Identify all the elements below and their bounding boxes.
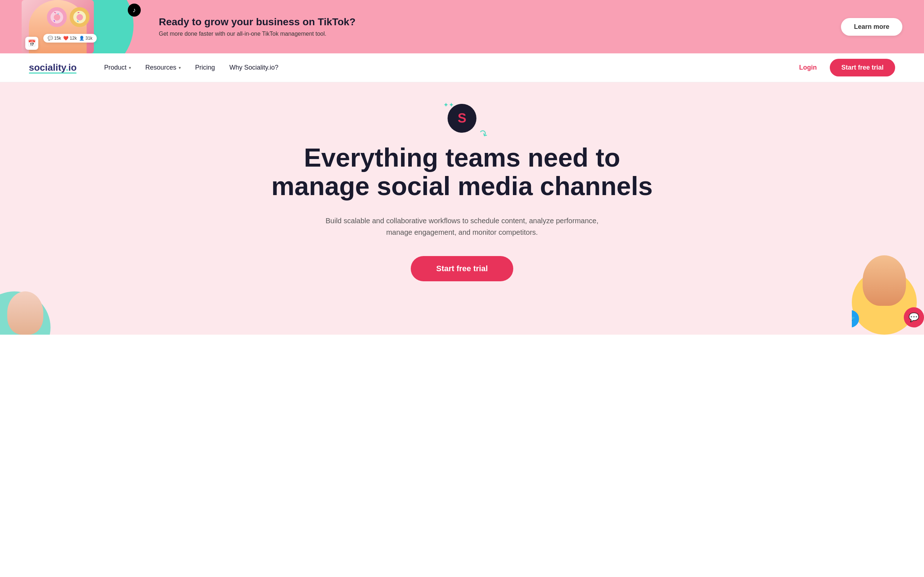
twitter-icon: 🐦 <box>852 314 855 324</box>
tiktok-badge: ♪ <box>128 3 141 16</box>
deco-person-right: 🐦 💬 <box>852 226 924 335</box>
banner-learn-more-button[interactable]: Learn more <box>841 18 902 36</box>
banner-donuts <box>47 7 89 27</box>
hero-title-line1: Everything teams need to <box>304 143 620 172</box>
banner: ♪ 📅 💬 15k ❤️ 12k 👤 31k Ready to grow you… <box>0 0 924 53</box>
logo[interactable]: sociality.io <box>29 62 76 74</box>
followers-stat: 👤 31k <box>79 36 92 41</box>
hero-icon-letter: S <box>458 111 466 126</box>
deco-person-left <box>0 263 58 335</box>
person-left-head <box>7 292 43 335</box>
donut-1 <box>47 7 67 27</box>
hero-brand-icon: ✦✦ S ↷ <box>447 104 477 133</box>
sparkle-icon: ✦✦ <box>443 101 454 109</box>
nav-links: Product ▾ Resources ▾ Pricing Why Social… <box>98 61 793 74</box>
nav-item-pricing[interactable]: Pricing <box>189 61 221 74</box>
banner-image: ♪ 📅 💬 15k ❤️ 12k 👤 31k <box>22 0 144 53</box>
login-button[interactable]: Login <box>793 61 822 74</box>
resources-chevron-icon: ▾ <box>179 65 181 70</box>
likes-stat: ❤️ 12k <box>63 36 76 41</box>
navbar-start-trial-button[interactable]: Start free trial <box>830 59 895 76</box>
banner-headline: Ready to grow your business on TikTok? <box>159 16 841 28</box>
arrow-icon: ↷ <box>477 127 489 141</box>
followers-icon: 👤 <box>79 36 84 41</box>
product-chevron-icon: ▾ <box>129 65 131 70</box>
logo-sociality: sociality <box>29 62 66 73</box>
hero-section: ✦✦ S ↷ Everything teams need to manage s… <box>0 82 924 335</box>
nav-item-product[interactable]: Product ▾ <box>98 61 136 74</box>
nav-item-resources[interactable]: Resources ▾ <box>140 61 187 74</box>
banner-text: Ready to grow your business on TikTok? G… <box>159 16 841 37</box>
comments-icon: 💬 <box>48 36 53 41</box>
comments-stat: 💬 15k <box>48 36 61 41</box>
hero-title: Everything teams need to manage social m… <box>271 143 653 200</box>
chat-icon: 💬 <box>908 312 919 322</box>
navbar: sociality.io Product ▾ Resources ▾ Prici… <box>0 53 924 82</box>
hero-subtitle: Build scalable and collaborative workflo… <box>318 215 606 238</box>
stats-bubble: 💬 15k ❤️ 12k 👤 31k <box>43 34 97 43</box>
calendar-badge: 📅 <box>25 37 38 50</box>
person-head <box>863 255 906 306</box>
banner-subtext: Get more done faster with our all-in-one… <box>159 31 841 37</box>
hero-start-trial-button[interactable]: Start free trial <box>411 256 513 281</box>
donut-2 <box>69 7 89 27</box>
chat-badge: 💬 <box>904 307 924 327</box>
nav-item-why[interactable]: Why Sociality.io? <box>224 61 284 74</box>
hero-title-line2: manage social media channels <box>271 172 653 200</box>
nav-actions: Login Start free trial <box>793 59 895 76</box>
likes-icon: ❤️ <box>63 36 69 41</box>
